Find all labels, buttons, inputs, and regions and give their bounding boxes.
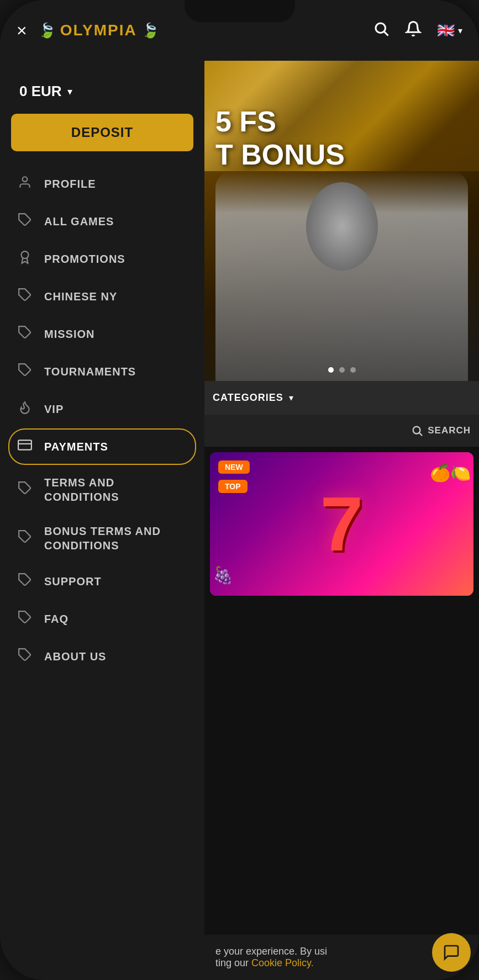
svg-line-7	[419, 433, 422, 436]
phone-frame: × 🍃 OLYMPIA 🍃 �	[0, 0, 479, 980]
hero-dot-3[interactable]	[350, 367, 356, 373]
sidebar-item-label: BONUS TERMS ANDCONDITIONS	[44, 524, 161, 553]
flag-dropdown-arrow-icon: ▾	[458, 25, 462, 36]
close-button[interactable]: ×	[17, 20, 27, 41]
cookie-bar: e your experience. By usi ting our Cooki…	[204, 935, 479, 980]
card-icon	[17, 438, 33, 455]
logo: 🍃 OLYMPIA 🍃	[38, 22, 373, 39]
svg-rect-4	[18, 440, 31, 449]
badge-top: TOP	[218, 480, 248, 493]
tag-icon	[17, 363, 33, 380]
flag-icon: 🇬🇧	[437, 22, 455, 39]
person-icon	[17, 175, 33, 193]
game-card-inner: 7 🍊🍋 🍇	[210, 452, 473, 596]
game-fruits-icon: 🍊🍋	[430, 463, 471, 483]
sidebar-item-support[interactable]: SUPPORT	[11, 563, 193, 600]
sidebar-item-profile[interactable]: PROFILE	[11, 165, 193, 203]
logo-text: OLYMPIA	[60, 22, 137, 39]
cookie-text-1: e your experience. By usi	[215, 946, 327, 957]
categories-bar[interactable]: CATEGORIES ▾	[204, 381, 479, 415]
sidebar-item-label: TERMS ANDCONDITIONS	[44, 475, 119, 504]
logo-left-leaves-icon: 🍃	[38, 22, 56, 39]
svg-line-1	[385, 31, 388, 35]
hero-fs-text: 5 FS	[215, 105, 345, 138]
award-icon	[17, 250, 33, 268]
tag-icon	[17, 481, 33, 499]
search-icon[interactable]	[373, 20, 389, 41]
sidebar-item-label: ALL GAMES	[44, 215, 114, 228]
sidebar-item-label: SUPPORT	[44, 575, 102, 588]
game-number: 7	[320, 479, 364, 569]
balance-dropdown-icon: ▾	[67, 86, 72, 98]
search-label: SEARCH	[428, 425, 471, 436]
chat-icon	[443, 944, 460, 961]
balance-amount: 0 EUR	[19, 83, 62, 100]
sidebar: 0 EUR ▾ DEPOSIT PROFILE	[0, 61, 204, 980]
sidebar-item-label: MISSION	[44, 328, 94, 341]
hero-text: 5 FS T BONUS	[215, 105, 345, 171]
search-button[interactable]: SEARCH	[411, 425, 471, 437]
sidebar-item-payments[interactable]: PAYMENTS	[11, 428, 193, 465]
sidebar-item-tournaments[interactable]: TOURNAMENTS	[11, 353, 193, 390]
hero-bonus-text: T BONUS	[215, 138, 345, 171]
hero-dot-2[interactable]	[339, 367, 345, 373]
sidebar-item-bonus-terms[interactable]: BONUS TERMS ANDCONDITIONS	[11, 514, 193, 563]
tag-icon	[17, 529, 33, 547]
sidebar-item-label: FAQ	[44, 613, 69, 626]
language-selector[interactable]: 🇬🇧 ▾	[437, 22, 462, 39]
game-grapes-icon: 🍇	[213, 565, 233, 585]
hero-dot-1[interactable]	[328, 367, 334, 373]
sidebar-item-label: PAYMENTS	[44, 441, 108, 453]
sidebar-item-all-games[interactable]: ALL GAMES	[11, 203, 193, 240]
flame-icon	[17, 400, 33, 418]
header-icons: 🇬🇧 ▾	[373, 20, 462, 41]
sidebar-item-label: CHINESE NY	[44, 290, 117, 303]
hero-dots	[328, 367, 356, 373]
phone-screen: × 🍃 OLYMPIA 🍃 �	[0, 0, 479, 980]
sidebar-item-label: PROFILE	[44, 178, 96, 190]
notch	[185, 0, 295, 22]
sidebar-item-vip[interactable]: VIP	[11, 390, 193, 428]
sidebar-item-faq[interactable]: FAQ	[11, 600, 193, 638]
cookie-policy-link[interactable]: Cookie Policy.	[251, 957, 314, 968]
cookie-text-2: ting our	[215, 957, 251, 968]
sidebar-item-mission[interactable]: MISSION	[11, 315, 193, 353]
game-card[interactable]: 7 🍊🍋 🍇 NEW TOP	[210, 452, 473, 596]
balance-row[interactable]: 0 EUR ▾	[11, 77, 193, 114]
search-icon	[411, 425, 423, 437]
tag-icon	[17, 288, 33, 305]
cookie-text: e your experience. By usi ting our Cooki…	[215, 946, 424, 969]
tag-icon	[17, 610, 33, 628]
categories-label: CATEGORIES	[213, 392, 283, 404]
chat-button[interactable]	[432, 933, 471, 972]
bell-icon[interactable]	[405, 20, 422, 41]
deposit-button[interactable]: DEPOSIT	[11, 114, 193, 151]
sidebar-item-label: PROMOTIONS	[44, 253, 125, 266]
sidebar-item-label: VIP	[44, 403, 64, 416]
logo-right-leaves-icon: 🍃	[141, 22, 159, 39]
tag-icon	[17, 213, 33, 230]
categories-dropdown-icon: ▾	[289, 393, 293, 403]
main-content: 0 EUR ▾ DEPOSIT PROFILE	[0, 61, 479, 980]
sidebar-item-label: TOURNAMENTS	[44, 365, 136, 378]
svg-point-0	[376, 23, 386, 33]
sidebar-item-terms[interactable]: TERMS ANDCONDITIONS	[11, 465, 193, 514]
svg-point-2	[23, 177, 28, 182]
sidebar-item-about[interactable]: ABOUT US	[11, 638, 193, 675]
svg-point-3	[22, 251, 29, 258]
sidebar-item-promotions[interactable]: PROMOTIONS	[11, 240, 193, 278]
svg-point-6	[413, 427, 420, 434]
sidebar-item-chinese-ny[interactable]: CHINESE NY	[11, 278, 193, 315]
badge-new: NEW	[218, 460, 250, 474]
tag-icon	[17, 325, 33, 343]
hero-banner: 5 FS T BONUS	[204, 61, 479, 381]
game-content: 5 FS T BONUS CATEGORIES ▾	[204, 61, 479, 980]
tag-icon	[17, 648, 33, 665]
search-bar: SEARCH	[204, 415, 479, 447]
tag-icon	[17, 573, 33, 590]
sidebar-item-label: ABOUT US	[44, 650, 106, 663]
